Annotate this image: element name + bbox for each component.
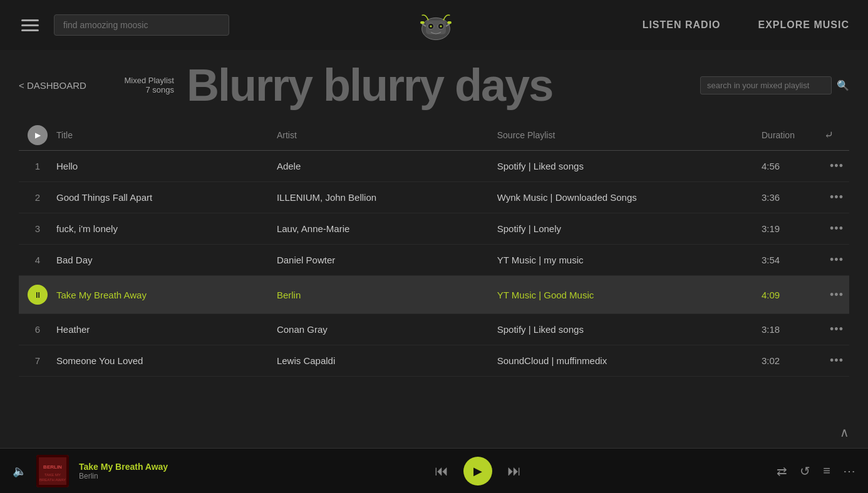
track-duration: 4:56: [762, 161, 824, 171]
play-all-button[interactable]: ▶: [28, 125, 48, 145]
col-artist: Artist: [277, 130, 497, 140]
track-source: SoundCloud | muffinmedix: [497, 355, 762, 366]
table-row[interactable]: 2 Good Things Fall Apart ILLENIUM, John …: [19, 182, 849, 213]
track-number: 7: [19, 355, 56, 366]
table-row[interactable]: ⏸ Take My Breath Away Berlin YT Music | …: [19, 276, 849, 314]
col-title: Title: [56, 130, 277, 140]
svg-point-4: [430, 25, 431, 27]
track-duration: 3:19: [762, 223, 824, 234]
table-row[interactable]: 1 Hello Adele Spotify | Liked songs 4:56…: [19, 151, 849, 182]
table-row[interactable]: 4 Bad Day Daniel Powter YT Music | my mu…: [19, 245, 849, 276]
track-list: 1 Hello Adele Spotify | Liked songs 4:56…: [19, 151, 849, 377]
logo-image: [411, 6, 461, 44]
track-source: Wynk Music | Downloaded Songs: [497, 192, 762, 203]
main-search-input[interactable]: [54, 14, 229, 36]
track-title: Heather: [56, 324, 277, 335]
hamburger-menu-icon[interactable]: [19, 17, 41, 34]
player-controls: ⏮ ▶ ⏭: [189, 457, 767, 485]
repeat-button[interactable]: ↺: [800, 464, 810, 479]
track-number: ⏸: [19, 285, 56, 305]
svg-text:BREATH AWAY: BREATH AWAY: [39, 478, 66, 482]
track-number: 3: [19, 223, 56, 234]
play-pause-button[interactable]: ▶: [463, 457, 492, 485]
table-row[interactable]: 3 fuck, i'm lonely Lauv, Anne-Marie Spot…: [19, 213, 849, 245]
track-number: 6: [19, 324, 56, 335]
playlist-header: < DASHBOARD Mixed Playlist 7 songs Blurr…: [0, 50, 868, 114]
explore-music-link[interactable]: EXPLORE MUSIC: [758, 19, 849, 31]
track-artist: Berlin: [277, 290, 497, 300]
table-header-row: ▶ Title Artist Source Playlist Duration …: [19, 120, 849, 151]
col-share: ⤶: [824, 128, 849, 142]
pause-button[interactable]: ⏸: [28, 285, 48, 305]
track-title: fuck, i'm lonely: [56, 223, 277, 234]
track-artist: Adele: [277, 161, 497, 171]
track-title: Good Things Fall Apart: [56, 192, 277, 203]
col-source: Source Playlist: [497, 130, 762, 140]
shuffle-button[interactable]: ⇄: [777, 464, 787, 479]
rewind-button[interactable]: ⏮: [435, 463, 448, 479]
track-duration: 4:09: [762, 290, 824, 300]
svg-text:BERLIN: BERLIN: [43, 464, 62, 470]
track-table: ▶ Title Artist Source Playlist Duration …: [0, 120, 868, 377]
listen-radio-link[interactable]: LISTEN RADIO: [643, 19, 721, 31]
table-row[interactable]: 7 Someone You Loved Lewis Capaldi SoundC…: [19, 345, 849, 377]
header: LISTEN RADIO EXPLORE MUSIC: [0, 0, 868, 50]
track-more-button[interactable]: •••: [824, 323, 849, 336]
logo: [411, 6, 461, 44]
player-bar: 🔈 BERLIN TAKE MY BREATH AWAY Take My Bre…: [0, 448, 868, 493]
playlist-search-input[interactable]: [700, 76, 832, 94]
svg-rect-9: [447, 21, 451, 24]
track-source: YT Music | Good Music: [497, 290, 762, 300]
queue-button[interactable]: ≡: [823, 464, 830, 478]
playlist-search-icon[interactable]: 🔍: [837, 79, 849, 91]
header-left: [19, 14, 229, 36]
playlist-title: Blurry blurry days: [187, 63, 688, 108]
playlist-search-area: 🔍: [700, 76, 849, 94]
track-artist: Daniel Powter: [277, 255, 497, 265]
table-row[interactable]: 6 Heather Conan Gray Spotify | Liked son…: [19, 314, 849, 345]
player-right-controls: ⇄ ↺ ≡ ⋯: [777, 464, 855, 479]
track-number: 2: [19, 192, 56, 203]
track-source: Spotify | Liked songs: [497, 324, 762, 335]
player-thumb-image: BERLIN TAKE MY BREATH AWAY: [36, 455, 69, 487]
col-duration: Duration: [762, 130, 824, 140]
track-more-button[interactable]: •••: [824, 288, 849, 302]
track-number: 1: [19, 161, 56, 171]
back-to-dashboard-button[interactable]: < DASHBOARD: [19, 80, 86, 91]
track-artist: Lewis Capaldi: [277, 355, 497, 366]
playlist-meta: Mixed Playlist 7 songs: [99, 76, 174, 94]
scroll-top-button[interactable]: ∧: [840, 425, 849, 440]
more-options-button[interactable]: ⋯: [843, 464, 855, 479]
track-source: Spotify | Liked songs: [497, 161, 762, 171]
track-more-button[interactable]: •••: [824, 160, 849, 173]
player-info: Take My Breath Away Berlin: [79, 462, 179, 480]
track-title: Take My Breath Away: [56, 290, 277, 300]
share-icon[interactable]: ⤶: [824, 129, 834, 141]
track-duration: 3:36: [762, 192, 824, 203]
track-more-button[interactable]: •••: [824, 253, 849, 267]
track-duration: 3:02: [762, 355, 824, 366]
track-source: Spotify | Lonely: [497, 223, 762, 234]
track-number: 4: [19, 255, 56, 265]
track-more-button[interactable]: •••: [824, 191, 849, 204]
track-artist: Conan Gray: [277, 324, 497, 335]
playlist-meta-label: Mixed Playlist: [99, 76, 174, 85]
fast-forward-button[interactable]: ⏭: [507, 463, 521, 479]
svg-text:TAKE MY: TAKE MY: [44, 473, 61, 477]
header-nav: LISTEN RADIO EXPLORE MUSIC: [643, 19, 849, 31]
track-artist: ILLENIUM, John Bellion: [277, 192, 497, 203]
player-thumbnail: BERLIN TAKE MY BREATH AWAY: [36, 455, 69, 487]
player-track-title: Take My Breath Away: [79, 462, 179, 472]
svg-point-5: [440, 25, 442, 27]
track-more-button[interactable]: •••: [824, 354, 849, 367]
track-duration: 3:54: [762, 255, 824, 265]
volume-icon[interactable]: 🔈: [13, 464, 26, 478]
track-more-button[interactable]: •••: [824, 222, 849, 235]
track-title: Hello: [56, 161, 277, 171]
playlist-meta-count: 7 songs: [99, 85, 174, 94]
track-title: Someone You Loved: [56, 355, 277, 366]
track-duration: 3:18: [762, 324, 824, 335]
svg-rect-8: [420, 21, 424, 24]
track-title: Bad Day: [56, 255, 277, 265]
player-track-artist: Berlin: [79, 472, 179, 480]
